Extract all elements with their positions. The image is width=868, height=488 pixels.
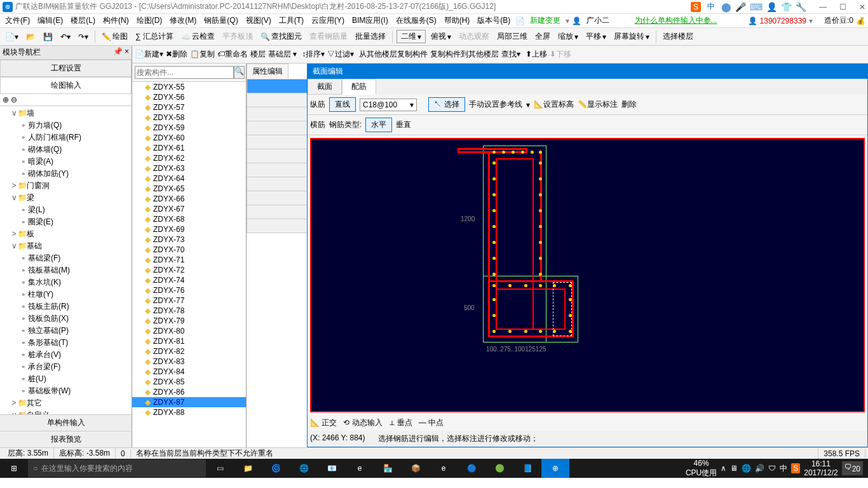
new-comp-button[interactable]: 📄新建▾ bbox=[135, 49, 163, 60]
component-item[interactable]: ◆ZDYX-69 bbox=[132, 224, 246, 234]
mid-button[interactable]: — 中点 bbox=[419, 417, 444, 428]
ref-line-button[interactable]: 手动设置参考线 bbox=[469, 99, 522, 110]
collapse-icon[interactable]: ⊖ bbox=[11, 95, 17, 104]
component-list[interactable]: ◆ZDYX-55◆ZDYX-56◆ZDYX-57◆ZDYX-58◆ZDYX-59… bbox=[132, 82, 246, 447]
component-item[interactable]: ◆ZDYX-62 bbox=[132, 153, 246, 163]
tree-item[interactable]: ▫筏板主筋(R) bbox=[1, 301, 130, 313]
tab-draw-input[interactable]: 绘图输入 bbox=[0, 77, 132, 94]
horizontal-button[interactable]: 水平 bbox=[365, 118, 392, 132]
menu-modify[interactable]: 修改(M) bbox=[167, 14, 199, 27]
dyn-input-button[interactable]: ⟲ 动态输入 bbox=[343, 417, 382, 428]
del-comp-button[interactable]: ✖删除 bbox=[166, 49, 187, 60]
component-item[interactable]: ◆ZDYX-71 bbox=[132, 255, 246, 265]
tree-item[interactable]: ▫暗梁(A) bbox=[1, 156, 130, 168]
fullscreen-button[interactable]: 全屏 bbox=[532, 30, 553, 43]
ortho-button[interactable]: 📐 正交 bbox=[310, 417, 337, 428]
perp-button[interactable]: ⊥ 垂点 bbox=[389, 417, 412, 428]
property-tab[interactable]: 属性编辑 bbox=[247, 64, 288, 79]
tray-network-icon[interactable]: 🌐 bbox=[742, 464, 751, 473]
component-item[interactable]: ◆ZDYX-56 bbox=[132, 92, 246, 102]
taskbar-app-11[interactable]: 📘 bbox=[513, 459, 541, 478]
up-button[interactable]: ⬆上移 bbox=[526, 49, 547, 60]
menu-floor[interactable]: 楼层(L) bbox=[68, 14, 98, 27]
minimize-button[interactable]: — bbox=[819, 3, 827, 11]
tip-link[interactable]: 为什么单构件输入中参... bbox=[635, 15, 717, 26]
tray-battery-icon[interactable]: 🖥 bbox=[730, 464, 738, 473]
tree-item[interactable]: ▫承台梁(F) bbox=[1, 361, 130, 373]
tab-project-setup[interactable]: 工程设置 bbox=[0, 60, 132, 77]
taskbar-app-10[interactable]: 🟢 bbox=[485, 459, 513, 478]
local3d-button[interactable]: 局部三维 bbox=[494, 30, 530, 43]
delete-rebar-button[interactable]: 删除 bbox=[621, 99, 637, 110]
search-input[interactable] bbox=[135, 66, 234, 79]
clock-time[interactable]: 16:11 bbox=[804, 459, 837, 468]
expand-icon[interactable]: ⊕ bbox=[3, 95, 9, 104]
component-item[interactable]: ◆ZDYX-57 bbox=[132, 102, 246, 112]
tree-item[interactable]: ∨📁梁 bbox=[1, 192, 130, 204]
component-item[interactable]: ◆ZDYX-61 bbox=[132, 143, 246, 153]
rebar-button[interactable]: 查看钢筋量 bbox=[307, 30, 350, 43]
screen-rotate-button[interactable]: 屏幕旋转▾ bbox=[611, 30, 652, 43]
close-button[interactable]: ✕ bbox=[859, 3, 865, 11]
rename-comp-button[interactable]: 🏷重命名 bbox=[217, 49, 248, 60]
new-change-link[interactable]: 新建变更 bbox=[527, 14, 563, 27]
ime-icon-3[interactable]: ⌨ bbox=[750, 2, 763, 12]
menu-rebar[interactable]: 钢筋量(Q) bbox=[201, 14, 240, 27]
ime-icon-6[interactable]: 🔧 bbox=[796, 2, 806, 12]
component-item[interactable]: ◆ZDYX-80 bbox=[132, 326, 246, 336]
component-item[interactable]: ◆ZDYX-87 bbox=[132, 397, 246, 407]
tray-sogou-icon[interactable]: S bbox=[791, 463, 800, 473]
ime-icon-4[interactable]: 👤 bbox=[766, 2, 777, 12]
tray-security-icon[interactable]: 🛡 bbox=[768, 464, 776, 473]
down-button[interactable]: ⬇下移 bbox=[550, 49, 571, 60]
menu-file[interactable]: 文件(F) bbox=[3, 14, 32, 27]
component-item[interactable]: ◆ZDYX-83 bbox=[132, 356, 246, 367]
taskbar-app-8[interactable]: e bbox=[430, 459, 458, 478]
phone-label[interactable]: 13907298339 bbox=[760, 17, 806, 25]
menu-draw[interactable]: 绘图(D) bbox=[134, 14, 165, 27]
component-item[interactable]: ◆ZDYX-81 bbox=[132, 336, 246, 346]
tab-report-preview[interactable]: 报表预览 bbox=[0, 431, 132, 447]
open-button[interactable]: 📂 bbox=[24, 31, 38, 43]
maximize-button[interactable]: ☐ bbox=[839, 3, 846, 11]
component-item[interactable]: ◆ZDYX-78 bbox=[132, 306, 246, 316]
taskbar-app-12[interactable]: ⊕ bbox=[541, 459, 569, 478]
tree-item[interactable]: ▫基础梁(F) bbox=[1, 252, 130, 264]
cloud-check-button[interactable]: ☁️云检查 bbox=[179, 30, 217, 43]
component-item[interactable]: ◆ZDYX-77 bbox=[132, 295, 246, 306]
undo-button[interactable]: ↶▾ bbox=[58, 31, 73, 43]
tree-item[interactable]: ▫梁(L) bbox=[1, 204, 130, 216]
menu-view[interactable]: 视图(V) bbox=[243, 14, 274, 27]
tree-item[interactable]: ▫砌体加筋(Y) bbox=[1, 168, 130, 180]
draw-button[interactable]: ✏️绘图 bbox=[99, 30, 130, 43]
save-button[interactable]: 💾 bbox=[41, 31, 55, 43]
component-item[interactable]: ◆ZDYX-60 bbox=[132, 133, 246, 143]
component-item[interactable]: ◆ZDYX-63 bbox=[132, 163, 246, 173]
component-item[interactable]: ◆ZDYX-76 bbox=[132, 285, 246, 295]
menu-tools[interactable]: 工具(T) bbox=[276, 14, 306, 27]
component-item[interactable]: ◆ZDYX-82 bbox=[132, 346, 246, 356]
show-dim-button[interactable]: 📏显示标注 bbox=[578, 99, 618, 110]
tree-item[interactable]: ∨📁自定义 bbox=[1, 409, 130, 414]
taskbar-app-6[interactable]: 🏪 bbox=[374, 459, 402, 478]
floor-dropdown[interactable]: 基础层 ▾ bbox=[268, 49, 297, 60]
tree-item[interactable]: ▫独立基础(P) bbox=[1, 325, 130, 337]
tree-item[interactable]: ∨📁墙 bbox=[1, 107, 130, 119]
vertical-button[interactable]: 垂直 bbox=[396, 119, 411, 130]
tree-item[interactable]: ∨📁基础 bbox=[1, 240, 130, 252]
sum-button[interactable]: ∑ 汇总计算 bbox=[133, 30, 176, 43]
dyn-button[interactable]: 动态观察 bbox=[456, 30, 492, 43]
component-item[interactable]: ◆ZDYX-65 bbox=[132, 184, 246, 194]
tree-item[interactable]: ▫砌体墙(Q) bbox=[1, 144, 130, 156]
set-elev-button[interactable]: 📐设置标高 bbox=[534, 99, 574, 110]
find-button[interactable]: 🔍查找图元 bbox=[258, 30, 304, 43]
tree-item[interactable]: ▫集水坑(K) bbox=[1, 276, 130, 288]
tree-item[interactable]: ▫圈梁(E) bbox=[1, 216, 130, 228]
tree-item[interactable]: ▫桩承台(V) bbox=[1, 349, 130, 361]
menu-edit[interactable]: 编辑(E) bbox=[35, 14, 65, 27]
tree-item[interactable]: >📁门窗洞 bbox=[1, 180, 130, 192]
menu-bim[interactable]: BIM应用(I) bbox=[349, 14, 391, 27]
user-label[interactable]: 广小二 bbox=[584, 14, 612, 27]
nav-pin-icon[interactable]: 📌 × bbox=[113, 47, 129, 58]
copy-to-button[interactable]: 复制构件到其他楼层 bbox=[430, 49, 499, 60]
